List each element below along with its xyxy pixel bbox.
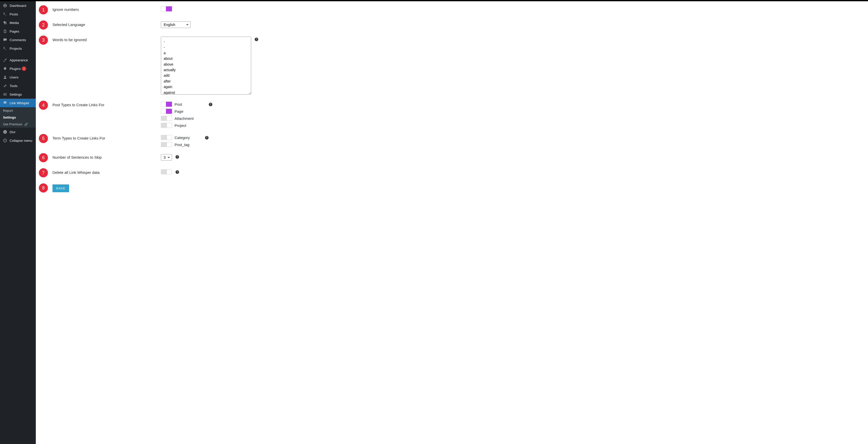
help-icon[interactable]: ? bbox=[176, 170, 179, 174]
sidebar-label: Projects bbox=[9, 47, 22, 51]
update-badge: 1 bbox=[22, 66, 26, 71]
post-type-post: Post bbox=[161, 102, 194, 107]
admin-sidebar: Dashboard Posts Media Pages Comments Pro… bbox=[0, 1, 36, 444]
annotation-marker: 2 bbox=[39, 21, 48, 30]
help-icon[interactable]: ? bbox=[176, 155, 179, 159]
sidebar-item-divi[interactable]: D Divi bbox=[0, 128, 36, 136]
sidebar-label: Divi bbox=[9, 130, 16, 134]
toggle-label: Page bbox=[175, 109, 183, 114]
page-toggle[interactable] bbox=[161, 109, 172, 114]
row-save: 8 SAVE bbox=[39, 184, 865, 193]
pin-icon bbox=[2, 46, 7, 51]
delete-data-toggle[interactable] bbox=[161, 169, 172, 174]
annotation-marker: 3 bbox=[39, 36, 48, 45]
dashboard-icon bbox=[2, 3, 7, 8]
ignore-numbers-toggle[interactable] bbox=[161, 6, 172, 11]
row-term-types: 5 Term Types to Create Links For Categor… bbox=[39, 135, 865, 147]
sidebar-submenu: Report Settings Get Premium 🔗 bbox=[0, 107, 36, 128]
field-label: Ignore numbers bbox=[53, 6, 161, 11]
sidebar-item-pages[interactable]: Pages bbox=[0, 27, 36, 36]
field-label: Selected Language bbox=[53, 22, 161, 27]
sidebar-item-posts[interactable]: Posts bbox=[0, 10, 36, 19]
field-label: Term Types to Create Links For bbox=[53, 135, 161, 140]
save-button[interactable]: SAVE bbox=[53, 184, 69, 192]
row-ignore-numbers: 1 Ignore numbers bbox=[39, 6, 865, 14]
sliders-icon bbox=[2, 92, 7, 97]
toggle-label: Post bbox=[175, 102, 182, 107]
ignored-words-textarea[interactable]: - - a about above actually add after aga… bbox=[161, 37, 251, 95]
sidebar-item-media[interactable]: Media bbox=[0, 19, 36, 27]
post-type-project: Project bbox=[161, 123, 194, 128]
link-icon: 🔗 bbox=[24, 123, 28, 126]
sidebar-label: Users bbox=[9, 76, 19, 79]
sidebar-item-collapse[interactable]: Collapse menu bbox=[0, 136, 36, 145]
attachment-toggle[interactable] bbox=[161, 116, 172, 121]
sidebar-item-tools[interactable]: Tools bbox=[0, 82, 36, 90]
toggle-label: Project bbox=[175, 123, 186, 128]
sidebar-item-projects[interactable]: Projects bbox=[0, 44, 36, 53]
annotation-marker: 8 bbox=[39, 183, 48, 193]
sidebar-label: Link Whisper bbox=[9, 101, 29, 105]
toggle-label: Post_tag bbox=[175, 143, 189, 147]
post-type-attachment: Attachment bbox=[161, 116, 194, 121]
toggle-label: Category bbox=[175, 136, 190, 140]
term-types-list: Category Post_tag bbox=[161, 135, 190, 147]
sidebar-item-settings[interactable]: Settings bbox=[0, 90, 36, 99]
wrench-icon bbox=[2, 84, 7, 88]
term-type-post-tag: Post_tag bbox=[161, 142, 190, 147]
sidebar-label: Appearance bbox=[9, 58, 28, 62]
sidebar-label: Dashboard bbox=[9, 4, 26, 7]
sidebar-label: Tools bbox=[9, 84, 18, 88]
annotation-marker: 5 bbox=[39, 134, 48, 143]
post-types-list: Post Page Attachment Project bbox=[161, 102, 194, 128]
settings-page: 1 Ignore numbers 2 Selected Language Eng… bbox=[36, 1, 868, 444]
comment-icon bbox=[2, 37, 7, 42]
field-label: Number of Sentences to Skip bbox=[53, 154, 161, 159]
sidebar-item-comments[interactable]: Comments bbox=[0, 36, 36, 44]
submenu-report[interactable]: Report bbox=[0, 107, 36, 114]
field-label: Words to be Ignored bbox=[53, 37, 161, 42]
sidebar-item-dashboard[interactable]: Dashboard bbox=[0, 1, 36, 10]
help-icon[interactable]: ? bbox=[255, 37, 258, 41]
row-post-types: 4 Post Types to Create Links For Post Pa… bbox=[39, 102, 865, 128]
pages-icon bbox=[2, 29, 7, 34]
sidebar-label: Plugins bbox=[9, 67, 21, 71]
language-select[interactable]: English bbox=[161, 22, 191, 28]
help-icon[interactable]: ? bbox=[205, 136, 209, 140]
user-icon bbox=[2, 75, 7, 80]
divi-icon: D bbox=[2, 130, 7, 134]
pin-icon bbox=[2, 12, 7, 17]
brush-icon bbox=[2, 58, 7, 62]
annotation-marker: 6 bbox=[39, 153, 48, 162]
link-icon bbox=[2, 101, 7, 105]
sidebar-item-plugins[interactable]: Plugins 1 bbox=[0, 64, 36, 73]
field-label: Post Types to Create Links For bbox=[53, 102, 161, 107]
media-icon bbox=[2, 21, 7, 25]
post-tag-toggle[interactable] bbox=[161, 142, 172, 147]
category-toggle[interactable] bbox=[161, 135, 172, 140]
sidebar-label: Comments bbox=[9, 38, 26, 42]
sidebar-item-users[interactable]: Users bbox=[0, 73, 36, 82]
plugin-icon bbox=[2, 66, 7, 71]
skip-sentences-select[interactable]: 3 bbox=[161, 154, 172, 161]
post-type-page: Page bbox=[161, 109, 194, 114]
submenu-settings[interactable]: Settings bbox=[0, 114, 36, 121]
field-label: Delete all Link Whisper data bbox=[53, 169, 161, 175]
annotation-marker: 1 bbox=[39, 5, 48, 14]
svg-point-0 bbox=[4, 76, 5, 77]
sidebar-label: Pages bbox=[9, 30, 19, 33]
sidebar-item-appearance[interactable]: Appearance bbox=[0, 56, 36, 64]
post-toggle[interactable] bbox=[161, 102, 172, 107]
help-icon[interactable]: ? bbox=[209, 103, 212, 106]
sidebar-label: Media bbox=[9, 21, 19, 25]
sidebar-label: Settings bbox=[9, 93, 22, 96]
annotation-marker: 4 bbox=[39, 101, 48, 110]
sidebar-item-link-whisper[interactable]: Link Whisper bbox=[0, 99, 36, 107]
row-delete-data: 7 Delete all Link Whisper data ? bbox=[39, 169, 865, 177]
annotation-marker: 7 bbox=[39, 168, 48, 177]
toggle-label: Attachment bbox=[175, 116, 194, 121]
collapse-icon bbox=[2, 138, 7, 143]
submenu-get-premium[interactable]: Get Premium 🔗 bbox=[0, 121, 36, 128]
svg-text:D: D bbox=[4, 131, 6, 134]
project-toggle[interactable] bbox=[161, 123, 172, 128]
